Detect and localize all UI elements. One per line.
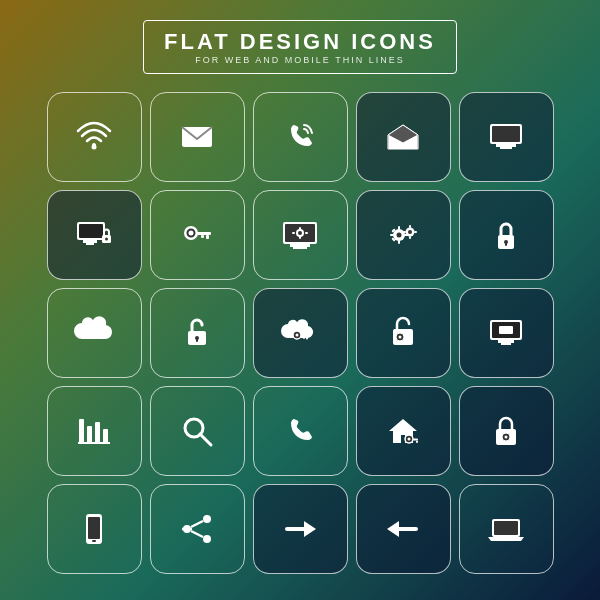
- svg-point-26: [298, 231, 302, 235]
- wifi-icon-box[interactable]: [47, 92, 142, 182]
- svg-marker-95: [387, 521, 399, 537]
- home-key-icon: [383, 411, 423, 451]
- svg-rect-59: [404, 337, 411, 339]
- unlock-box-icon-box[interactable]: [150, 288, 245, 378]
- svg-rect-44: [414, 231, 417, 233]
- svg-point-15: [105, 238, 108, 241]
- svg-rect-63: [501, 343, 511, 345]
- svg-rect-55: [303, 337, 305, 340]
- svg-rect-43: [403, 231, 406, 233]
- lock-key-icon-box[interactable]: [459, 386, 554, 476]
- cloud-icon-box[interactable]: [47, 288, 142, 378]
- svg-line-89: [191, 521, 203, 527]
- cloud-key-icon-box[interactable]: [253, 288, 348, 378]
- svg-rect-13: [86, 243, 94, 245]
- svg-rect-81: [510, 437, 514, 439]
- mail-open-icon-box[interactable]: [356, 92, 451, 182]
- arrow-right-icon-box[interactable]: [253, 484, 348, 574]
- svg-rect-77: [416, 441, 418, 444]
- svg-rect-54: [306, 337, 308, 340]
- svg-rect-69: [103, 429, 108, 443]
- svg-rect-76: [413, 439, 418, 441]
- search-icon-box[interactable]: [150, 386, 245, 476]
- svg-line-72: [200, 434, 211, 445]
- arrow-right-icon: [280, 509, 320, 549]
- svg-rect-19: [206, 235, 209, 239]
- monitor-lock-icon-box[interactable]: [47, 190, 142, 280]
- svg-rect-7: [496, 144, 516, 147]
- svg-rect-11: [79, 224, 103, 238]
- cloud-key-icon: [280, 313, 320, 353]
- svg-rect-9: [492, 126, 520, 142]
- svg-rect-92: [285, 527, 307, 531]
- search-icon: [177, 411, 217, 451]
- chart-icon-box[interactable]: [47, 386, 142, 476]
- cloud-icon: [74, 313, 114, 353]
- icons-grid: [47, 92, 554, 574]
- svg-point-87: [203, 515, 211, 523]
- svg-rect-42: [409, 236, 411, 239]
- svg-rect-33: [398, 226, 400, 230]
- wifi-icon: [74, 117, 114, 157]
- phone-2-icon-box[interactable]: [253, 386, 348, 476]
- phone-2-icon: [280, 411, 320, 451]
- svg-rect-23: [293, 247, 307, 249]
- monitor-lock-icon: [74, 215, 114, 255]
- monitor-icon-box[interactable]: [459, 92, 554, 182]
- svg-rect-8: [500, 147, 512, 149]
- svg-rect-53: [301, 335, 309, 337]
- key-icon: [177, 215, 217, 255]
- unlock-box-icon: [177, 313, 217, 353]
- lock-key-icon: [486, 411, 526, 451]
- monitor-gear-icon-box[interactable]: [253, 190, 348, 280]
- svg-rect-41: [409, 225, 411, 228]
- svg-point-75: [408, 438, 411, 441]
- laptop-icon: [486, 509, 526, 549]
- title-box: FLAT DESIGN ICONS FOR WEB AND MOBILE THI…: [143, 20, 457, 74]
- page-title: FLAT DESIGN ICONS: [164, 29, 436, 55]
- unlock-key-icon: [383, 313, 423, 353]
- laptop-icon-box[interactable]: [459, 484, 554, 574]
- svg-rect-20: [201, 235, 204, 238]
- svg-rect-82: [512, 439, 514, 442]
- svg-line-90: [191, 531, 203, 537]
- svg-rect-18: [197, 232, 211, 235]
- svg-rect-66: [79, 419, 84, 443]
- svg-rect-62: [498, 340, 514, 343]
- lock-icon-box[interactable]: [459, 190, 554, 280]
- monitor-2-icon-box[interactable]: [459, 288, 554, 378]
- arrow-left-icon-box[interactable]: [356, 484, 451, 574]
- unlock-key-icon-box[interactable]: [356, 288, 451, 378]
- lock-icon: [486, 215, 526, 255]
- mobile-icon-box[interactable]: [47, 484, 142, 574]
- key-icon-box[interactable]: [150, 190, 245, 280]
- mail-open-icon: [383, 117, 423, 157]
- svg-rect-12: [83, 240, 97, 243]
- share-icon-box[interactable]: [150, 484, 245, 574]
- svg-point-40: [408, 230, 412, 234]
- svg-rect-30: [305, 232, 308, 234]
- svg-point-58: [399, 336, 402, 339]
- svg-rect-84: [88, 517, 100, 539]
- svg-rect-22: [290, 244, 310, 247]
- mail-closed-icon: [177, 117, 217, 157]
- svg-rect-29: [292, 232, 295, 234]
- page-subtitle: FOR WEB AND MOBILE THIN LINES: [164, 55, 436, 65]
- phone-icon-box[interactable]: [253, 92, 348, 182]
- gears-icon: [383, 215, 423, 255]
- chart-icon: [74, 411, 114, 451]
- svg-marker-93: [304, 521, 316, 537]
- home-key-icon-box[interactable]: [356, 386, 451, 476]
- mail-closed-icon-box[interactable]: [150, 92, 245, 182]
- svg-point-32: [397, 233, 402, 238]
- gears-icon-box[interactable]: [356, 190, 451, 280]
- arrow-left-icon: [383, 509, 423, 549]
- svg-rect-94: [396, 527, 418, 531]
- svg-rect-27: [299, 227, 301, 230]
- svg-rect-60: [408, 339, 410, 342]
- svg-rect-67: [87, 426, 92, 443]
- monitor-icon: [486, 117, 526, 157]
- svg-point-17: [188, 230, 195, 237]
- svg-rect-35: [390, 234, 394, 236]
- svg-point-0: [92, 145, 97, 150]
